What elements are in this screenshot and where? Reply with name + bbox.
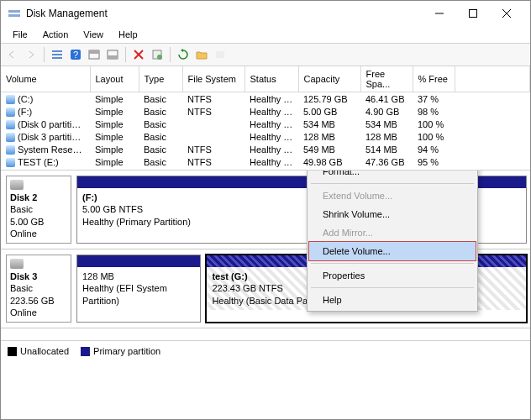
minimize-button[interactable]	[423, 2, 456, 25]
ctx-mirror: Add Mirror...	[309, 223, 476, 242]
folder-icon[interactable]	[193, 46, 210, 63]
app-icon	[8, 7, 21, 20]
menu-view[interactable]: View	[76, 28, 110, 41]
partition-box[interactable]: 128 MBHealthy (EFI System Partition)	[76, 255, 201, 323]
help-icon[interactable]: ?	[67, 46, 84, 63]
close-button[interactable]	[490, 2, 523, 25]
titlebar: Disk Management	[1, 1, 530, 26]
svg-rect-8	[52, 57, 62, 59]
col-0[interactable]: Volume	[1, 66, 90, 92]
col-5[interactable]: Capacity	[298, 66, 360, 92]
swatch-primary	[81, 347, 90, 356]
disk-icon	[10, 180, 24, 190]
context-menu: Open Explore Mark Partition as Active Ch…	[307, 171, 478, 312]
settings-icon[interactable]	[149, 46, 166, 63]
ctx-delete[interactable]: Delete Volume...	[309, 242, 476, 260]
extra-icon	[212, 46, 229, 63]
back-icon	[4, 46, 21, 63]
volume-row[interactable]: (Disk 0 partition 3)SimpleBasicHealthy (…	[1, 118, 530, 130]
volume-row[interactable]: (F:)SimpleBasicNTFSHealthy (P...5.00 GB4…	[1, 105, 530, 118]
svg-point-18	[157, 55, 162, 60]
col-3[interactable]: File System	[182, 66, 244, 92]
col-4[interactable]: Status	[244, 66, 298, 92]
svg-rect-12	[89, 50, 99, 54]
list-view-icon[interactable]	[49, 46, 66, 63]
volume-row[interactable]: TEST (E:)SimpleBasicNTFSHealthy (B...49.…	[1, 155, 530, 168]
volume-list[interactable]: VolumeLayoutTypeFile SystemStatusCapacit…	[1, 66, 530, 171]
volume-row[interactable]: (C:)SimpleBasicNTFSHealthy (B...125.79 G…	[1, 92, 530, 106]
panel-top-icon[interactable]	[86, 46, 103, 63]
disk-graphical-view[interactable]: Disk 2Basic5.00 GBOnline(F:)5.00 GB NTFS…	[1, 171, 530, 340]
svg-rect-3	[470, 10, 477, 18]
refresh-icon[interactable]	[175, 46, 192, 63]
col-1[interactable]: Layout	[90, 66, 139, 92]
disk-icon	[10, 259, 24, 269]
legend-primary: Primary partition	[93, 346, 160, 356]
menu-help[interactable]: Help	[112, 28, 145, 41]
svg-rect-6	[52, 50, 62, 52]
menu-file[interactable]: File	[6, 28, 34, 41]
volume-row[interactable]: System ReservedSimpleBasicNTFSHealthy (S…	[1, 143, 530, 155]
svg-rect-1	[8, 14, 20, 17]
disk-header[interactable]: Disk 2Basic5.00 GBOnline	[6, 176, 71, 244]
col-6[interactable]: Free Spa...	[360, 66, 413, 92]
svg-rect-19	[216, 51, 224, 58]
col-2[interactable]: Type	[139, 66, 182, 92]
menubar: File Action View Help	[1, 26, 530, 43]
ctx-help[interactable]: Help	[309, 291, 476, 309]
svg-rect-14	[108, 55, 118, 59]
col-7[interactable]: % Free	[413, 66, 455, 92]
menu-action[interactable]: Action	[36, 28, 76, 41]
legend: Unallocated Primary partition	[1, 340, 530, 360]
panel-bottom-icon[interactable]	[104, 46, 121, 63]
svg-text:?: ?	[73, 50, 78, 60]
toolbar: ?	[1, 43, 530, 66]
forward-icon	[23, 46, 39, 63]
disk-header[interactable]: Disk 3Basic223.56 GBOnline	[6, 255, 71, 323]
ctx-format[interactable]: Format...	[309, 171, 476, 181]
swatch-unallocated	[8, 347, 17, 356]
maximize-button[interactable]	[456, 2, 490, 25]
window-title: Disk Management	[26, 8, 423, 19]
remove-icon[interactable]	[130, 46, 147, 63]
legend-unallocated: Unallocated	[20, 346, 69, 356]
svg-rect-7	[52, 54, 62, 55]
ctx-extend: Extend Volume...	[309, 186, 476, 205]
ctx-shrink[interactable]: Shrink Volume...	[309, 205, 476, 223]
volume-row[interactable]: (Disk 3 partition 1)SimpleBasicHealthy (…	[1, 130, 530, 143]
svg-rect-0	[8, 10, 20, 13]
ctx-properties[interactable]: Properties	[309, 266, 476, 285]
